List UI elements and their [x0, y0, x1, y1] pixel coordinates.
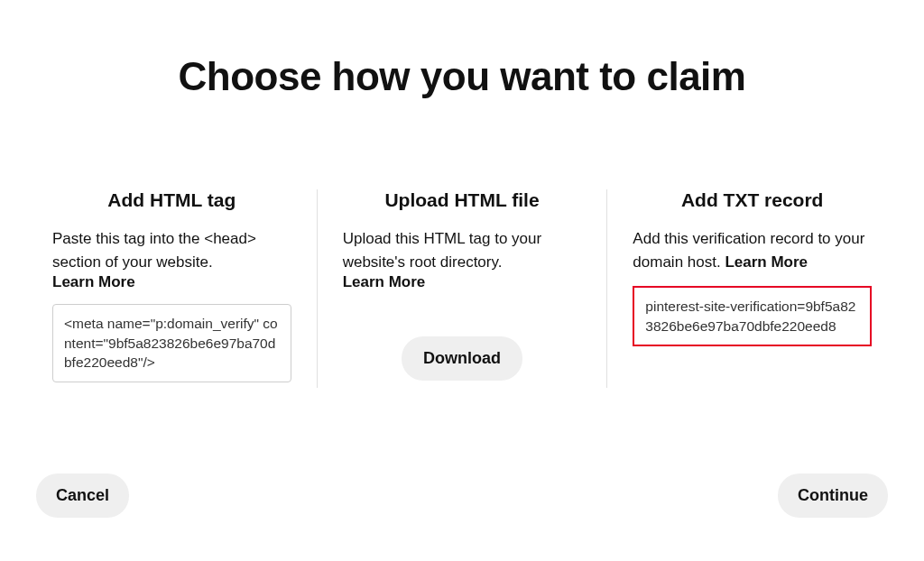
- option-html-tag-description: Paste this tag into the <head> section o…: [52, 230, 256, 271]
- html-tag-code-box[interactable]: <meta name="p:domain_verify" content="9b…: [52, 304, 291, 382]
- txt-record-code-box[interactable]: pinterest-site-verification=9bf5a823826b…: [633, 286, 872, 346]
- option-upload-file-title: Upload HTML file: [343, 189, 582, 211]
- page-title: Choose how you want to claim: [27, 54, 897, 99]
- learn-more-link-txt-record[interactable]: Learn More: [725, 253, 808, 271]
- dialog-footer: Cancel Continue: [36, 474, 888, 518]
- option-html-tag-title: Add HTML tag: [52, 189, 291, 211]
- download-button[interactable]: Download: [402, 336, 522, 381]
- option-txt-record: Add TXT record Add this verification rec…: [607, 189, 897, 388]
- option-txt-record-title: Add TXT record: [633, 189, 872, 211]
- option-upload-file-description-wrap: Upload this HTML tag to your website's r…: [343, 227, 582, 291]
- download-button-wrap: Download: [343, 336, 582, 381]
- option-html-tag-description-wrap: Paste this tag into the <head> section o…: [52, 227, 291, 291]
- option-txt-record-description-wrap: Add this verification record to your dom…: [633, 227, 872, 273]
- option-upload-file: Upload HTML file Upload this HTML tag to…: [318, 189, 607, 388]
- option-html-tag: Add HTML tag Paste this tag into the <he…: [27, 189, 317, 388]
- learn-more-link-upload-file[interactable]: Learn More: [343, 273, 426, 290]
- option-upload-file-description: Upload this HTML tag to your website's r…: [343, 230, 541, 271]
- continue-button[interactable]: Continue: [778, 474, 888, 518]
- claim-dialog: Choose how you want to claim Add HTML ta…: [0, 0, 924, 561]
- learn-more-link-html-tag[interactable]: Learn More: [52, 273, 135, 290]
- cancel-button[interactable]: Cancel: [36, 474, 129, 518]
- options-row: Add HTML tag Paste this tag into the <he…: [27, 189, 897, 388]
